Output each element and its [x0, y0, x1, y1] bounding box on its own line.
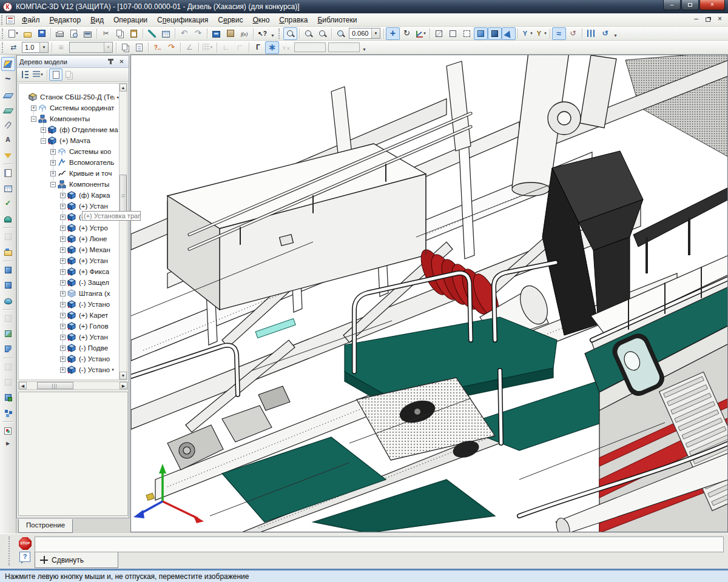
shaded-button[interactable]	[474, 27, 488, 40]
tree-expander-icon[interactable]: +	[41, 127, 46, 133]
menu-item-спецификация[interactable]: Спецификация	[152, 14, 213, 26]
layers-button[interactable]	[54, 41, 68, 54]
menu-item-операции[interactable]: Операции	[109, 14, 152, 26]
rotate-body-tool[interactable]	[1, 278, 15, 292]
update-view-button[interactable]	[598, 27, 612, 40]
tree-item[interactable]: +(+) Механ	[19, 244, 119, 255]
tree-item[interactable]: +(+) Голов	[19, 321, 119, 332]
mdi-close-button[interactable]: ×	[718, 15, 722, 23]
spreadsheet-button[interactable]	[159, 27, 173, 40]
coord-y-field[interactable]	[328, 42, 360, 52]
table-tool[interactable]	[1, 181, 15, 195]
tree-item[interactable]: +Штанга (х	[19, 288, 119, 299]
attach-tool[interactable]	[1, 118, 15, 132]
menu-item-файл[interactable]: Файл	[17, 14, 45, 26]
tree-expander-icon[interactable]: +	[60, 280, 66, 286]
pan-button[interactable]	[386, 27, 400, 40]
toolbar-overflow-icon[interactable]: ▶	[6, 441, 10, 446]
tree-item[interactable]: +(-) Устано	[19, 299, 119, 310]
tree-expander-icon[interactable]: −	[50, 182, 56, 187]
document-view-button[interactable]	[49, 69, 62, 81]
tree-item[interactable]: +(+) Карет	[19, 310, 119, 321]
menu-item-библиотеки[interactable]: Библиотеки	[312, 14, 362, 26]
toolbar-grip[interactable]	[2, 42, 4, 53]
toolbar-overflow-icon[interactable]: ▼	[271, 33, 275, 38]
title-bar[interactable]: К КОМПАС-3D V12 (ЗАЩИТА) - [107-00.00.00…	[0, 0, 728, 13]
ortho-drawing-button[interactable]	[251, 41, 265, 54]
stop-button[interactable]: STOP	[19, 537, 32, 550]
panel-close-button[interactable]: ✕	[117, 58, 126, 66]
save-button[interactable]	[35, 27, 49, 40]
quick-display-button[interactable]: ▼	[534, 27, 548, 40]
copy-properties-button[interactable]	[145, 27, 159, 40]
zoom-in-button[interactable]	[334, 27, 348, 40]
plane-tool[interactable]	[1, 87, 15, 101]
fx-button[interactable]	[237, 27, 251, 40]
scale-combo[interactable]: 0.060▼	[349, 28, 380, 39]
tree-item[interactable]: +Системы координат	[19, 102, 119, 113]
sketch-tool[interactable]	[1, 57, 15, 71]
toolbar-overflow-icon[interactable]: ▼	[613, 33, 618, 38]
property-bar-grip[interactable]	[8, 537, 11, 566]
object-properties-button[interactable]	[132, 41, 146, 54]
filter-tool[interactable]	[1, 148, 15, 162]
menu-grip[interactable]	[1, 15, 4, 25]
tree-item[interactable]: +Кривые и точ	[19, 168, 119, 179]
tree-expander-icon[interactable]: +	[60, 313, 66, 318]
print-button[interactable]	[53, 27, 67, 40]
rotate-button[interactable]	[400, 27, 414, 40]
tab-move-command[interactable]: Сдвинуть	[35, 552, 118, 568]
tree-expander-icon[interactable]: +	[60, 356, 66, 362]
help-button[interactable]: ?	[19, 552, 30, 562]
measure-tool[interactable]	[1, 133, 15, 147]
tree-item[interactable]: +(+) Люне	[19, 233, 119, 244]
scroll-down-icon[interactable]: ▼	[120, 372, 127, 380]
mates-tool[interactable]	[1, 293, 15, 307]
tree-horizontal-scrollbar[interactable]: ◀ ▶	[18, 381, 128, 390]
cut-button[interactable]	[99, 27, 113, 40]
variables-button[interactable]	[209, 27, 223, 40]
tree-expander-icon[interactable]: +	[50, 160, 56, 166]
tree-item[interactable]: +(+) Устан	[19, 255, 119, 266]
tree-item[interactable]: +Вспомогатель	[19, 157, 119, 168]
zoom-frame-button[interactable]	[283, 27, 297, 40]
model-3d-viewport[interactable]	[130, 55, 728, 532]
minimize-button[interactable]: –	[663, 0, 681, 10]
collections-tool[interactable]	[1, 245, 15, 259]
toolbar-grip[interactable]	[2, 28, 4, 39]
tree-expander-icon[interactable]: +	[60, 324, 66, 329]
tree-vertical-scrollbar[interactable]: ▲ ▼	[119, 83, 127, 380]
tree-item[interactable]: +(-) Защел	[19, 277, 119, 288]
dimensions-3d-button[interactable]	[584, 27, 598, 40]
current-step-button[interactable]	[7, 41, 21, 54]
tree-expander-icon[interactable]: +	[60, 247, 66, 253]
grid-button[interactable]: ▼	[201, 41, 215, 54]
tree-structure-button[interactable]	[18, 69, 32, 81]
chevron-down-icon[interactable]: ▼	[39, 42, 48, 52]
copy-object-button[interactable]	[118, 41, 132, 54]
tree-expander-icon[interactable]: +	[60, 236, 66, 242]
layer-combo[interactable]: ▼	[69, 42, 113, 53]
tree-expander-icon[interactable]: −	[31, 116, 36, 122]
toolbar-grip[interactable]	[278, 28, 281, 39]
hidden-removed-button[interactable]	[446, 27, 460, 40]
paste-button[interactable]	[127, 27, 141, 40]
tree-expander-icon[interactable]: +	[60, 193, 66, 198]
zoom-pointer-button[interactable]	[302, 27, 315, 40]
menu-item-редактор[interactable]: Редактор	[45, 14, 86, 26]
tree-item[interactable]: Станок СБШ-250-Д (Тел-0▴	[19, 92, 119, 102]
mdi-restore-button[interactable]	[706, 18, 710, 22]
mdi-minimize-button[interactable]: –	[694, 15, 698, 23]
tree-expander-icon[interactable]: +	[60, 335, 66, 340]
array-ghost-tool[interactable]	[1, 230, 15, 244]
mirror-pattern-tool[interactable]	[1, 375, 15, 389]
tree-item[interactable]: −(+) Мачта	[19, 135, 119, 146]
tree-item[interactable]: +(+) Устан	[19, 332, 119, 343]
spline-tool[interactable]	[1, 72, 15, 86]
orientation-button[interactable]: ▼	[414, 27, 428, 40]
pattern-ghost-tool[interactable]	[1, 312, 15, 326]
shell-tool[interactable]	[1, 212, 15, 226]
simplify-display-button[interactable]: ▼	[520, 27, 534, 40]
tree-expander-icon[interactable]: +	[60, 204, 66, 209]
boolean-tool[interactable]	[1, 327, 15, 341]
